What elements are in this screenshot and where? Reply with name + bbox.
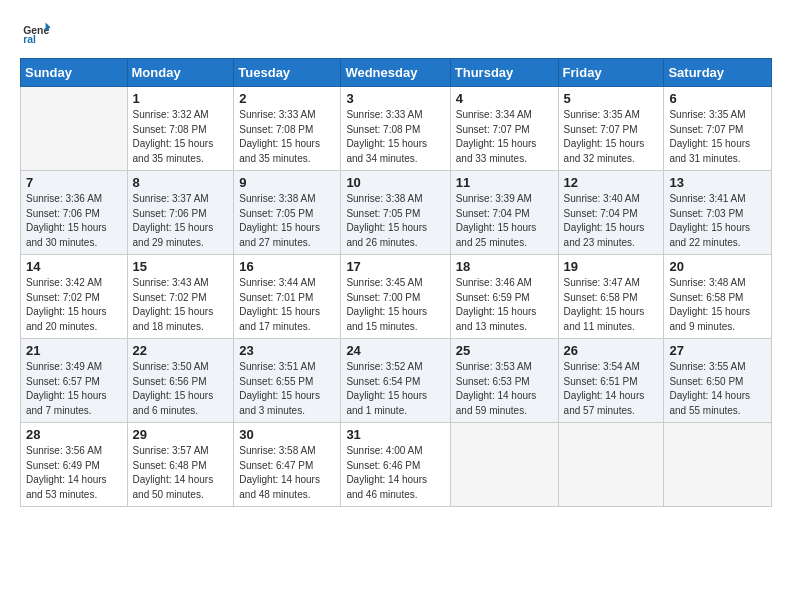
- weekday-header: Sunday: [21, 59, 128, 87]
- day-info: Sunrise: 3:57 AM Sunset: 6:48 PM Dayligh…: [133, 444, 229, 502]
- calendar-day-cell: [664, 423, 772, 507]
- sunset-label: Sunset: 7:03 PM: [669, 208, 743, 219]
- sunrise-label: Sunrise: 3:38 AM: [346, 193, 422, 204]
- sunset-label: Sunset: 7:02 PM: [133, 292, 207, 303]
- calendar-day-cell: 15 Sunrise: 3:43 AM Sunset: 7:02 PM Dayl…: [127, 255, 234, 339]
- sunset-label: Sunset: 7:04 PM: [456, 208, 530, 219]
- day-info: Sunrise: 3:38 AM Sunset: 7:05 PM Dayligh…: [239, 192, 335, 250]
- svg-text:ral: ral: [23, 34, 36, 45]
- calendar-day-cell: 3 Sunrise: 3:33 AM Sunset: 7:08 PM Dayli…: [341, 87, 450, 171]
- calendar-day-cell: 12 Sunrise: 3:40 AM Sunset: 7:04 PM Dayl…: [558, 171, 664, 255]
- daylight-label: Daylight: 15 hours and 31 minutes.: [669, 138, 750, 164]
- sunset-label: Sunset: 7:08 PM: [239, 124, 313, 135]
- calendar-day-cell: 27 Sunrise: 3:55 AM Sunset: 6:50 PM Dayl…: [664, 339, 772, 423]
- weekday-header: Tuesday: [234, 59, 341, 87]
- sunrise-label: Sunrise: 3:55 AM: [669, 361, 745, 372]
- sunset-label: Sunset: 6:46 PM: [346, 460, 420, 471]
- daylight-label: Daylight: 15 hours and 35 minutes.: [133, 138, 214, 164]
- calendar-day-cell: 31 Sunrise: 4:00 AM Sunset: 6:46 PM Dayl…: [341, 423, 450, 507]
- day-number: 2: [239, 91, 335, 106]
- calendar-week-row: 7 Sunrise: 3:36 AM Sunset: 7:06 PM Dayli…: [21, 171, 772, 255]
- daylight-label: Daylight: 14 hours and 59 minutes.: [456, 390, 537, 416]
- sunrise-label: Sunrise: 3:40 AM: [564, 193, 640, 204]
- day-info: Sunrise: 3:32 AM Sunset: 7:08 PM Dayligh…: [133, 108, 229, 166]
- calendar-day-cell: 23 Sunrise: 3:51 AM Sunset: 6:55 PM Dayl…: [234, 339, 341, 423]
- sunrise-label: Sunrise: 3:58 AM: [239, 445, 315, 456]
- sunset-label: Sunset: 6:47 PM: [239, 460, 313, 471]
- day-info: Sunrise: 3:35 AM Sunset: 7:07 PM Dayligh…: [564, 108, 659, 166]
- daylight-label: Daylight: 15 hours and 3 minutes.: [239, 390, 320, 416]
- daylight-label: Daylight: 15 hours and 27 minutes.: [239, 222, 320, 248]
- sunrise-label: Sunrise: 3:38 AM: [239, 193, 315, 204]
- day-number: 10: [346, 175, 444, 190]
- daylight-label: Daylight: 15 hours and 18 minutes.: [133, 306, 214, 332]
- daylight-label: Daylight: 15 hours and 6 minutes.: [133, 390, 214, 416]
- sunset-label: Sunset: 7:07 PM: [456, 124, 530, 135]
- day-info: Sunrise: 3:53 AM Sunset: 6:53 PM Dayligh…: [456, 360, 553, 418]
- daylight-label: Daylight: 15 hours and 13 minutes.: [456, 306, 537, 332]
- daylight-label: Daylight: 15 hours and 9 minutes.: [669, 306, 750, 332]
- calendar-week-row: 14 Sunrise: 3:42 AM Sunset: 7:02 PM Dayl…: [21, 255, 772, 339]
- daylight-label: Daylight: 15 hours and 26 minutes.: [346, 222, 427, 248]
- calendar-day-cell: 16 Sunrise: 3:44 AM Sunset: 7:01 PM Dayl…: [234, 255, 341, 339]
- day-number: 15: [133, 259, 229, 274]
- day-info: Sunrise: 3:50 AM Sunset: 6:56 PM Dayligh…: [133, 360, 229, 418]
- day-info: Sunrise: 3:43 AM Sunset: 7:02 PM Dayligh…: [133, 276, 229, 334]
- sunrise-label: Sunrise: 3:33 AM: [346, 109, 422, 120]
- sunrise-label: Sunrise: 3:35 AM: [564, 109, 640, 120]
- sunset-label: Sunset: 6:53 PM: [456, 376, 530, 387]
- sunrise-label: Sunrise: 3:46 AM: [456, 277, 532, 288]
- day-info: Sunrise: 3:46 AM Sunset: 6:59 PM Dayligh…: [456, 276, 553, 334]
- sunrise-label: Sunrise: 3:54 AM: [564, 361, 640, 372]
- day-number: 14: [26, 259, 122, 274]
- day-number: 31: [346, 427, 444, 442]
- day-number: 8: [133, 175, 229, 190]
- calendar-day-cell: 9 Sunrise: 3:38 AM Sunset: 7:05 PM Dayli…: [234, 171, 341, 255]
- calendar-day-cell: 14 Sunrise: 3:42 AM Sunset: 7:02 PM Dayl…: [21, 255, 128, 339]
- day-info: Sunrise: 3:40 AM Sunset: 7:04 PM Dayligh…: [564, 192, 659, 250]
- sunset-label: Sunset: 6:54 PM: [346, 376, 420, 387]
- sunrise-label: Sunrise: 3:57 AM: [133, 445, 209, 456]
- sunset-label: Sunset: 6:58 PM: [669, 292, 743, 303]
- daylight-label: Daylight: 15 hours and 35 minutes.: [239, 138, 320, 164]
- day-number: 1: [133, 91, 229, 106]
- daylight-label: Daylight: 15 hours and 23 minutes.: [564, 222, 645, 248]
- sunrise-label: Sunrise: 3:45 AM: [346, 277, 422, 288]
- sunset-label: Sunset: 7:06 PM: [26, 208, 100, 219]
- day-number: 13: [669, 175, 766, 190]
- day-info: Sunrise: 3:55 AM Sunset: 6:50 PM Dayligh…: [669, 360, 766, 418]
- day-number: 22: [133, 343, 229, 358]
- sunset-label: Sunset: 7:01 PM: [239, 292, 313, 303]
- day-number: 28: [26, 427, 122, 442]
- weekday-header: Friday: [558, 59, 664, 87]
- sunset-label: Sunset: 7:05 PM: [346, 208, 420, 219]
- weekday-header: Monday: [127, 59, 234, 87]
- sunset-label: Sunset: 7:02 PM: [26, 292, 100, 303]
- sunrise-label: Sunrise: 3:34 AM: [456, 109, 532, 120]
- day-info: Sunrise: 3:58 AM Sunset: 6:47 PM Dayligh…: [239, 444, 335, 502]
- calendar-day-cell: 29 Sunrise: 3:57 AM Sunset: 6:48 PM Dayl…: [127, 423, 234, 507]
- daylight-label: Daylight: 15 hours and 11 minutes.: [564, 306, 645, 332]
- day-info: Sunrise: 3:38 AM Sunset: 7:05 PM Dayligh…: [346, 192, 444, 250]
- weekday-header: Saturday: [664, 59, 772, 87]
- calendar-day-cell: 26 Sunrise: 3:54 AM Sunset: 6:51 PM Dayl…: [558, 339, 664, 423]
- day-number: 24: [346, 343, 444, 358]
- daylight-label: Daylight: 15 hours and 32 minutes.: [564, 138, 645, 164]
- calendar-day-cell: 5 Sunrise: 3:35 AM Sunset: 7:07 PM Dayli…: [558, 87, 664, 171]
- calendar-week-row: 1 Sunrise: 3:32 AM Sunset: 7:08 PM Dayli…: [21, 87, 772, 171]
- day-info: Sunrise: 3:47 AM Sunset: 6:58 PM Dayligh…: [564, 276, 659, 334]
- daylight-label: Daylight: 14 hours and 46 minutes.: [346, 474, 427, 500]
- day-number: 4: [456, 91, 553, 106]
- daylight-label: Daylight: 15 hours and 29 minutes.: [133, 222, 214, 248]
- day-info: Sunrise: 3:48 AM Sunset: 6:58 PM Dayligh…: [669, 276, 766, 334]
- day-number: 12: [564, 175, 659, 190]
- calendar-header-row: SundayMondayTuesdayWednesdayThursdayFrid…: [21, 59, 772, 87]
- daylight-label: Daylight: 15 hours and 7 minutes.: [26, 390, 107, 416]
- day-info: Sunrise: 4:00 AM Sunset: 6:46 PM Dayligh…: [346, 444, 444, 502]
- day-number: 5: [564, 91, 659, 106]
- calendar-day-cell: 20 Sunrise: 3:48 AM Sunset: 6:58 PM Dayl…: [664, 255, 772, 339]
- calendar-day-cell: 30 Sunrise: 3:58 AM Sunset: 6:47 PM Dayl…: [234, 423, 341, 507]
- sunset-label: Sunset: 7:07 PM: [669, 124, 743, 135]
- logo-icon: Gene ral: [20, 16, 52, 48]
- daylight-label: Daylight: 15 hours and 15 minutes.: [346, 306, 427, 332]
